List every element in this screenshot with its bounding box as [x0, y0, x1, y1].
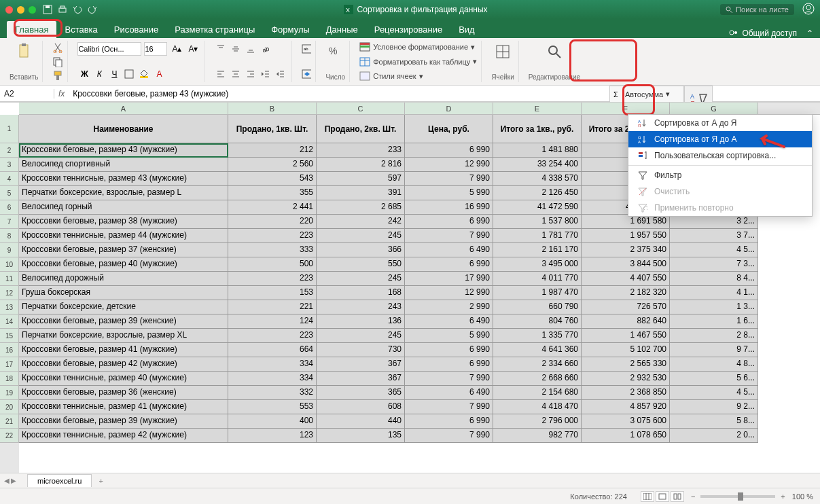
- fill-color-button[interactable]: [137, 67, 151, 81]
- cell[interactable]: 6 990: [405, 257, 493, 272]
- cell[interactable]: 6 990: [405, 215, 493, 229]
- cell[interactable]: 9 2...: [670, 400, 758, 414]
- cell[interactable]: 3 2...: [670, 215, 758, 229]
- cell[interactable]: 2 560: [228, 158, 317, 172]
- cell[interactable]: 4 338 570: [493, 172, 582, 186]
- cell[interactable]: 2 334 660: [493, 357, 582, 372]
- window-controls[interactable]: [5, 6, 36, 14]
- cell[interactable]: 3 7...: [670, 229, 758, 243]
- cell[interactable]: 1 781 770: [493, 229, 582, 243]
- sheet-nav-next-icon[interactable]: ▶: [11, 477, 16, 484]
- row-header[interactable]: 17: [0, 357, 19, 372]
- cell[interactable]: 4 857 920: [582, 400, 670, 414]
- sheet-tab[interactable]: microexcel.ru: [27, 474, 92, 487]
- cell[interactable]: 153: [228, 286, 317, 300]
- zoom-out-button[interactable]: −: [691, 492, 695, 501]
- row-header[interactable]: 12: [0, 286, 19, 300]
- cell[interactable]: 6 990: [405, 414, 493, 429]
- wrap-text-button[interactable]: ab: [302, 42, 311, 56]
- sheet-nav-prev-icon[interactable]: ◀: [4, 477, 10, 484]
- cell[interactable]: 726 570: [582, 300, 670, 314]
- row-header[interactable]: 9: [0, 243, 19, 257]
- cell[interactable]: 6 490: [405, 314, 493, 329]
- cell[interactable]: 245: [317, 229, 405, 243]
- row-header[interactable]: 3: [0, 158, 19, 172]
- tab-view[interactable]: Вид: [450, 21, 483, 38]
- cell[interactable]: 5 6...: [670, 372, 758, 386]
- row-header[interactable]: 21: [0, 414, 19, 429]
- cell[interactable]: 12 990: [405, 158, 493, 172]
- collapse-ribbon-icon[interactable]: ⌃: [806, 29, 813, 38]
- cell[interactable]: 17 990: [405, 272, 493, 286]
- redo-icon[interactable]: [88, 5, 97, 14]
- cell[interactable]: 367: [317, 372, 405, 386]
- cell[interactable]: 2 441: [228, 200, 317, 215]
- cell[interactable]: 4 418 470: [493, 400, 582, 414]
- row-header[interactable]: 11: [0, 272, 19, 286]
- header-cell[interactable]: Цена, руб.: [405, 115, 493, 143]
- name-box[interactable]: A2: [0, 89, 54, 98]
- autosum-button[interactable]: Σ Автосумма ▾: [612, 88, 681, 100]
- cell[interactable]: Груша боксерская: [19, 286, 228, 300]
- row-header[interactable]: 20: [0, 400, 19, 414]
- decrease-font-icon[interactable]: A▾: [186, 42, 200, 56]
- row-header[interactable]: 5: [0, 186, 19, 200]
- header-cell[interactable]: Итого за 1кв., руб.: [493, 115, 582, 143]
- cell[interactable]: Кроссовки беговые, размер 41 (мужские): [19, 343, 228, 357]
- cell[interactable]: 4 5...: [670, 386, 758, 400]
- cell[interactable]: Кроссовки теннисные, размер 43 (мужские): [19, 172, 228, 186]
- cell[interactable]: 1 987 470: [493, 286, 582, 300]
- number-format-button[interactable]: %: [326, 42, 345, 61]
- column-header[interactable]: B: [228, 103, 317, 114]
- cell[interactable]: 221: [228, 300, 317, 314]
- row-header[interactable]: 15: [0, 329, 19, 343]
- cell[interactable]: 5 102 700: [582, 343, 670, 357]
- cell[interactable]: Кроссовки беговые, размер 38 (мужские): [19, 215, 228, 229]
- align-bottom-icon[interactable]: [244, 42, 257, 56]
- tab-draw[interactable]: Рисование: [106, 21, 166, 38]
- cell[interactable]: Велосипед спортивный: [19, 158, 228, 172]
- cell[interactable]: 1 467 550: [582, 329, 670, 343]
- cell[interactable]: 332: [228, 386, 317, 400]
- copy-icon[interactable]: [52, 56, 63, 67]
- cell-styles-button[interactable]: Стили ячеек▾: [359, 71, 423, 81]
- cell[interactable]: 1 481 880: [493, 143, 582, 158]
- font-size-select[interactable]: [144, 42, 167, 56]
- column-header[interactable]: E: [493, 103, 582, 114]
- view-page-layout-icon[interactable]: [656, 491, 669, 502]
- cell[interactable]: 2 161 170: [493, 243, 582, 257]
- share-button[interactable]: Общий доступ: [742, 29, 797, 38]
- align-center-icon[interactable]: [229, 67, 243, 81]
- cell[interactable]: 2 990: [405, 300, 493, 314]
- cell[interactable]: 7 990: [405, 229, 493, 243]
- row-header[interactable]: 16: [0, 343, 19, 357]
- bold-button[interactable]: Ж: [77, 67, 91, 81]
- cell[interactable]: 9 7...: [670, 343, 758, 357]
- cells-group-button[interactable]: [493, 42, 512, 61]
- minimize-window-icon[interactable]: [17, 6, 24, 14]
- border-button[interactable]: [122, 67, 136, 81]
- cell[interactable]: 3 075 600: [582, 414, 670, 429]
- cell[interactable]: Кроссовки беговые, размер 43 (мужские): [19, 143, 228, 158]
- row-header[interactable]: 22: [0, 429, 19, 443]
- cell[interactable]: 135: [317, 429, 405, 443]
- cell[interactable]: 124: [228, 314, 317, 329]
- cell[interactable]: 2 126 450: [493, 186, 582, 200]
- cell[interactable]: 1 957 550: [582, 229, 670, 243]
- cell[interactable]: 367: [317, 357, 405, 372]
- cell[interactable]: 136: [317, 314, 405, 329]
- row-header[interactable]: 18: [0, 372, 19, 386]
- cell[interactable]: Велосипед дорожный: [19, 272, 228, 286]
- cell[interactable]: 597: [317, 172, 405, 186]
- column-header[interactable]: D: [405, 103, 493, 114]
- cut-icon[interactable]: [52, 42, 63, 53]
- cell[interactable]: 2 8...: [670, 329, 758, 343]
- cell[interactable]: Перчатки боксерские, взрослые, размер XL: [19, 329, 228, 343]
- row-header[interactable]: 2: [0, 143, 19, 158]
- align-middle-icon[interactable]: [229, 42, 243, 56]
- save-icon[interactable]: [43, 5, 52, 14]
- header-cell[interactable]: Продано, 2кв. Шт.: [317, 115, 405, 143]
- cell[interactable]: 16 990: [405, 200, 493, 215]
- cell[interactable]: 7 990: [405, 400, 493, 414]
- cell[interactable]: 7 990: [405, 172, 493, 186]
